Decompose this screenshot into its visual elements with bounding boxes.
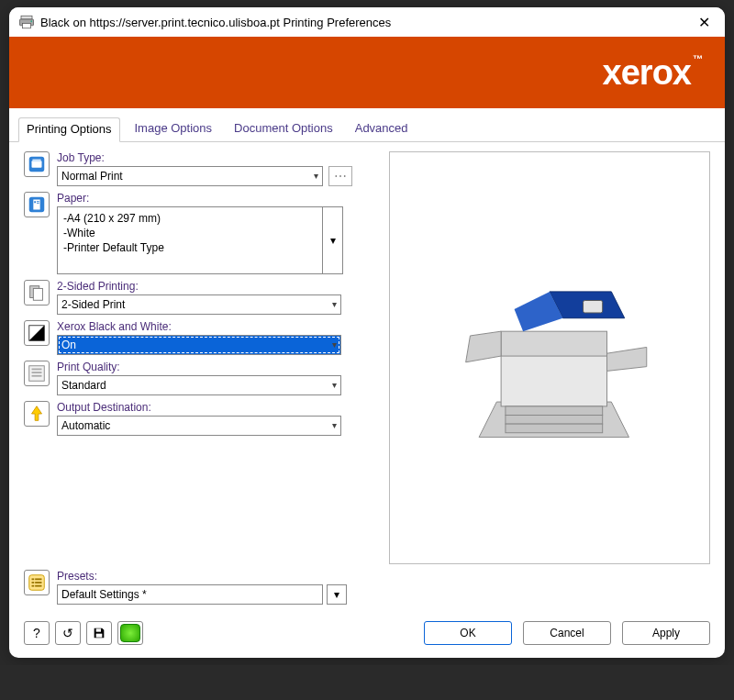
svg-rect-9 — [33, 288, 42, 300]
job-type-combo[interactable]: Normal Print ▾ — [57, 166, 323, 186]
setting-bw: Xerox Black and White: On ▾ — [24, 320, 374, 355]
svg-rect-30 — [35, 585, 41, 587]
tab-image-options[interactable]: Image Options — [128, 117, 220, 141]
paper-summary-box[interactable]: -A4 (210 x 297 mm) -White -Printer Defau… — [57, 206, 323, 274]
presets-dropdown-button[interactable]: ▾ — [327, 584, 347, 605]
paper-icon — [24, 192, 50, 217]
quality-icon — [24, 361, 50, 386]
save-button[interactable] — [86, 621, 112, 645]
svg-marker-20 — [607, 347, 647, 371]
print-preferences-window: Black on https://server.print.tecnico.ul… — [9, 7, 725, 658]
setting-output: Output Destination: Automatic ▾ — [24, 401, 374, 436]
svg-rect-16 — [501, 353, 606, 406]
dialog-body: Job Type: Normal Print ▾ ⋯ Paper: — [9, 142, 725, 564]
button-bar: ? ↺ OK Cancel Apply — [9, 614, 725, 658]
brand-banner: xerox™ — [9, 37, 725, 108]
svg-rect-0 — [21, 16, 32, 19]
svg-point-3 — [30, 20, 32, 22]
svg-rect-12 — [32, 369, 42, 371]
presets-value: Default Settings * — [61, 588, 147, 601]
setting-quality: Print Quality: Standard ▾ — [24, 361, 374, 395]
quality-label: Print Quality: — [57, 361, 374, 373]
duplex-value: 2-Sided Print — [61, 298, 125, 311]
cancel-button[interactable]: Cancel — [523, 621, 611, 645]
svg-rect-13 — [32, 372, 42, 373]
reset-button[interactable]: ↺ — [55, 621, 81, 645]
job-type-label: Job Type: — [57, 151, 374, 164]
setting-paper: Paper: -A4 (210 x 297 mm) -White -Printe… — [24, 192, 374, 274]
chevron-down-icon: ▾ — [334, 588, 339, 601]
duplex-combo[interactable]: 2-Sided Print ▾ — [57, 294, 341, 315]
tab-printing-options[interactable]: Printing Options — [18, 117, 120, 142]
paper-label: Paper: — [57, 192, 374, 205]
output-icon — [24, 401, 50, 427]
dialog-buttons: OK Cancel Apply — [424, 621, 710, 645]
duplex-label: 2-Sided Printing: — [57, 280, 374, 293]
tab-document-options[interactable]: Document Options — [227, 117, 340, 141]
paper-type: -Printer Default Type — [63, 240, 317, 255]
svg-rect-29 — [32, 585, 35, 587]
bw-combo[interactable]: On ▾ — [57, 335, 341, 355]
svg-rect-31 — [96, 628, 101, 631]
chevron-down-icon: ▾ — [332, 299, 337, 309]
setting-duplex: 2-Sided Printing: 2-Sided Print ▾ — [24, 280, 374, 315]
chevron-down-icon: ▾ — [330, 234, 336, 247]
xerox-logo: xerox — [603, 53, 691, 92]
svg-rect-25 — [32, 578, 35, 580]
tm-mark: ™ — [693, 53, 703, 64]
svg-marker-19 — [466, 331, 501, 362]
svg-rect-17 — [501, 331, 606, 356]
tab-advanced[interactable]: Advanced — [348, 117, 416, 141]
svg-rect-23 — [506, 424, 603, 433]
chevron-down-icon: ▾ — [332, 339, 337, 350]
svg-rect-27 — [32, 582, 35, 583]
svg-rect-28 — [35, 582, 41, 583]
ok-button[interactable]: OK — [424, 621, 512, 645]
window-title: Black on https://server.print.tecnico.ul… — [40, 16, 693, 29]
svg-rect-18 — [584, 301, 603, 313]
svg-rect-5 — [32, 161, 42, 167]
eco-button[interactable] — [117, 621, 143, 645]
job-type-icon — [24, 151, 50, 177]
bw-icon — [24, 320, 50, 346]
svg-rect-32 — [96, 634, 103, 638]
job-type-more-button[interactable]: ⋯ — [328, 166, 352, 186]
job-type-value: Normal Print — [61, 170, 123, 183]
presets-area: Presets: Default Settings * ▾ — [9, 564, 725, 614]
svg-rect-2 — [23, 24, 31, 28]
preview-panel — [389, 151, 710, 564]
paper-dropdown-button[interactable]: ▾ — [323, 206, 343, 274]
duplex-icon — [24, 280, 50, 306]
svg-rect-14 — [32, 375, 42, 377]
help-button[interactable]: ? — [24, 621, 50, 645]
close-button[interactable]: ✕ — [693, 12, 716, 33]
output-value: Automatic — [61, 419, 110, 432]
presets-icon — [24, 570, 50, 595]
printer-icon — [18, 14, 35, 30]
svg-rect-26 — [35, 578, 41, 580]
help-icon: ? — [33, 626, 40, 640]
settings-panel: Job Type: Normal Print ▾ ⋯ Paper: — [24, 151, 374, 564]
setting-job-type: Job Type: Normal Print ▾ ⋯ — [24, 151, 374, 186]
titlebar: Black on https://server.print.tecnico.ul… — [9, 7, 725, 37]
paper-size: -A4 (210 x 297 mm) — [63, 211, 317, 226]
chevron-down-icon: ▾ — [332, 380, 337, 390]
quality-value: Standard — [61, 379, 106, 392]
output-label: Output Destination: — [57, 401, 374, 414]
chevron-down-icon: ▾ — [332, 420, 337, 430]
eco-icon — [120, 624, 140, 642]
bw-value: On — [61, 339, 76, 351]
svg-rect-22 — [506, 416, 603, 425]
presets-label: Presets: — [57, 570, 710, 583]
apply-button[interactable]: Apply — [622, 621, 710, 645]
svg-rect-21 — [506, 406, 603, 416]
chevron-down-icon: ▾ — [314, 171, 318, 181]
svg-rect-6 — [32, 160, 40, 162]
bw-label: Xerox Black and White: — [57, 320, 374, 333]
printer-preview-image — [435, 243, 664, 472]
paper-color: -White — [63, 226, 317, 240]
presets-combo[interactable]: Default Settings * — [57, 584, 323, 605]
reset-icon: ↺ — [62, 626, 73, 640]
output-combo[interactable]: Automatic ▾ — [57, 416, 341, 436]
quality-combo[interactable]: Standard ▾ — [57, 375, 341, 395]
